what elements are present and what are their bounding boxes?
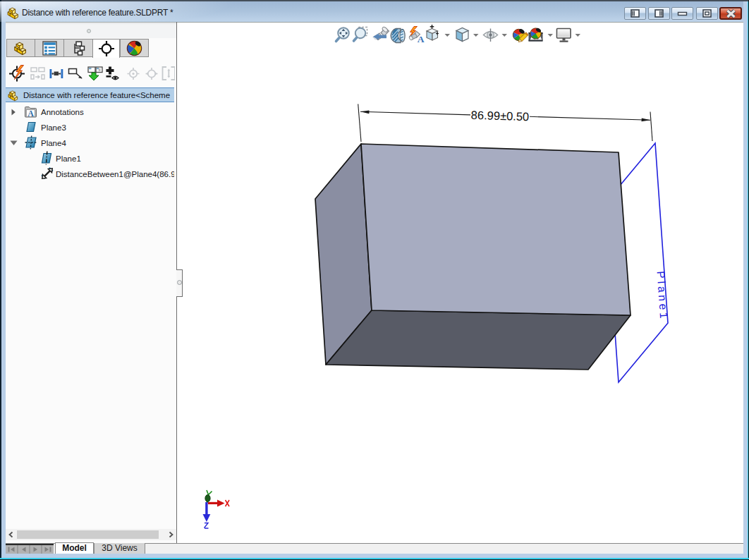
svg-text:A: A <box>418 34 425 44</box>
svg-text:A: A <box>28 109 34 118</box>
svg-text:86.99±0.50: 86.99±0.50 <box>471 109 530 123</box>
svg-text:Plane1: Plane1 <box>654 271 670 322</box>
